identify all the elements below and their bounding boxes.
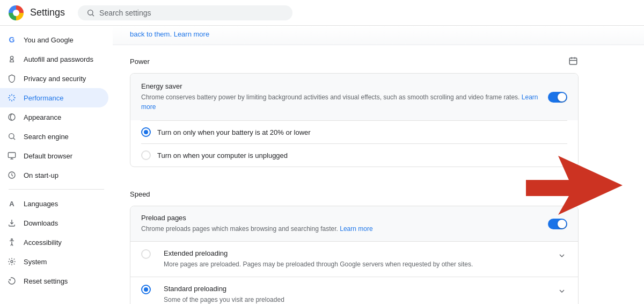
sidebar-item-reset[interactable]: Reset settings <box>0 271 108 291</box>
radio-circle-standard <box>141 285 151 294</box>
chevron-standard-icon <box>557 286 567 296</box>
sidebar-item-languages[interactable]: A Languages <box>0 194 108 213</box>
app-title: Settings <box>30 7 65 18</box>
svg-point-1 <box>88 10 93 15</box>
radio-label-unplugged: Turn on when your computer is unplugged <box>157 151 288 160</box>
sidebar-label-default-browser: Default browser <box>24 152 72 160</box>
power-title: Power <box>130 57 150 66</box>
autofill-icon <box>6 54 17 64</box>
performance-icon <box>6 92 17 103</box>
on-startup-icon <box>6 170 17 180</box>
system-icon <box>6 256 17 267</box>
sidebar-item-on-startup[interactable]: On start-up <box>0 165 108 185</box>
search-bar[interactable] <box>78 5 292 20</box>
preload-desc: Chrome preloads pages which makes browsi… <box>141 224 548 234</box>
sidebar-label-on-startup: On start-up <box>24 171 58 179</box>
accessibility-icon <box>6 237 17 248</box>
svg-point-4 <box>9 114 15 120</box>
sidebar-item-privacy[interactable]: Privacy and security <box>0 69 108 88</box>
sidebar-label-appearance: Appearance <box>24 113 61 121</box>
preload-standard-desc: Some of the pages you visit are preloade… <box>164 295 284 304</box>
preload-title: Preload pages <box>141 214 548 222</box>
main-layout: G You and Google Autofill and passwords … <box>0 26 644 304</box>
preload-standard-text: Standard preloading Some of the pages yo… <box>164 285 284 304</box>
energy-saver-title: Energy saver <box>141 82 548 90</box>
radio-circle-extended <box>141 249 151 259</box>
search-input[interactable] <box>99 9 284 17</box>
sidebar-label-accessibility: Accessibility <box>24 238 62 247</box>
sidebar-label-reset: Reset settings <box>24 277 68 285</box>
power-info-icon[interactable] <box>568 56 579 67</box>
speed-info-icon[interactable] <box>568 189 579 199</box>
sidebar-label-system: System <box>24 258 47 266</box>
radio-label-battery-20: Turn on only when your battery is at 20%… <box>157 128 311 136</box>
svg-rect-12 <box>569 191 577 197</box>
preload-standard-option[interactable]: Standard preloading Some of the pages yo… <box>130 277 578 304</box>
sidebar-label-search-engine: Search engine <box>24 133 69 141</box>
chevron-extended-icon <box>557 250 567 261</box>
speed-section-header: Speed <box>130 178 579 206</box>
sidebar-item-downloads[interactable]: Downloads <box>0 213 108 233</box>
content-area: back to them. Learn more Power Energy sa… <box>113 26 644 304</box>
top-link-text: back to them. Learn more <box>130 30 209 38</box>
appearance-icon <box>6 112 17 122</box>
svg-point-10 <box>11 260 13 263</box>
energy-saver-toggle[interactable] <box>548 92 567 103</box>
svg-line-2 <box>92 15 94 16</box>
preload-extended-text: Extended preloading More pages are prelo… <box>164 249 473 269</box>
search-engine-icon <box>6 131 17 142</box>
preload-extended-option[interactable]: Extended preloading More pages are prelo… <box>130 241 578 277</box>
preload-desc-text: Chrome preloads pages which makes browsi… <box>141 225 340 233</box>
sidebar-item-performance[interactable]: Performance <box>0 88 108 107</box>
power-card: Energy saver Chrome conserves battery po… <box>130 73 579 167</box>
downloads-icon <box>6 218 17 228</box>
preload-learn-more[interactable]: Learn more <box>340 225 372 233</box>
preload-card: Preload pages Chrome preloads pages whic… <box>130 206 579 304</box>
sidebar-label-privacy: Privacy and security <box>24 75 86 83</box>
sidebar-item-appearance[interactable]: Appearance <box>0 107 108 127</box>
svg-point-3 <box>10 56 13 59</box>
speed-title: Speed <box>130 190 150 198</box>
energy-saver-text: Energy saver Chrome conserves battery po… <box>141 82 548 112</box>
top-bar: Settings <box>0 0 644 26</box>
sidebar-item-search-engine[interactable]: Search engine <box>0 127 108 146</box>
sidebar: G You and Google Autofill and passwords … <box>0 26 113 304</box>
preload-standard-left: Standard preloading Some of the pages yo… <box>141 285 550 304</box>
svg-point-5 <box>9 134 14 139</box>
radio-circle-battery-20 <box>141 127 151 137</box>
sidebar-label-performance: Performance <box>24 94 63 102</box>
svg-point-9 <box>11 238 13 240</box>
default-browser-icon <box>6 150 17 161</box>
radio-battery-20[interactable]: Turn on only when your battery is at 20%… <box>130 121 578 143</box>
sidebar-divider <box>9 189 104 190</box>
power-section-header: Power <box>130 45 579 73</box>
languages-icon: A <box>6 198 17 209</box>
sidebar-item-accessibility[interactable]: Accessibility <box>0 233 108 252</box>
sidebar-label-autofill: Autofill and passwords <box>24 55 93 63</box>
preload-header-text: Preload pages Chrome preloads pages whic… <box>141 214 548 234</box>
svg-rect-11 <box>569 58 577 64</box>
svg-line-6 <box>13 138 15 140</box>
sidebar-label-downloads: Downloads <box>24 219 58 227</box>
sidebar-item-default-browser[interactable]: Default browser <box>0 146 108 165</box>
sidebar-label-you-google: You and Google <box>24 36 74 44</box>
chrome-logo <box>9 5 24 20</box>
preload-standard-title: Standard preloading <box>164 285 284 293</box>
you-google-icon: G <box>6 34 17 45</box>
privacy-icon <box>6 73 17 84</box>
radio-unplugged[interactable]: Turn on when your computer is unplugged <box>130 144 578 167</box>
speed-section: Speed Preload pages Chrome preloads page… <box>130 178 579 304</box>
energy-saver-row: Energy saver Chrome conserves battery po… <box>130 74 578 120</box>
sidebar-item-autofill[interactable]: Autofill and passwords <box>0 49 108 69</box>
preload-extended-left: Extended preloading More pages are prelo… <box>141 249 550 269</box>
top-link-area[interactable]: back to them. Learn more <box>113 26 644 45</box>
sidebar-item-you-google[interactable]: G You and Google <box>0 30 108 49</box>
preload-toggle[interactable] <box>548 219 567 229</box>
preload-extended-desc: More pages are preloaded. Pages may be p… <box>164 259 473 269</box>
content-inner: Power Energy saver Chrome conserves batt… <box>113 45 596 304</box>
energy-saver-desc-text: Chrome conserves battery power by limiti… <box>141 93 522 101</box>
sidebar-item-system[interactable]: System <box>0 252 108 271</box>
preload-extended-title: Extended preloading <box>164 249 473 257</box>
reset-icon <box>6 276 17 286</box>
energy-saver-desc: Chrome conserves battery power by limiti… <box>141 92 548 112</box>
